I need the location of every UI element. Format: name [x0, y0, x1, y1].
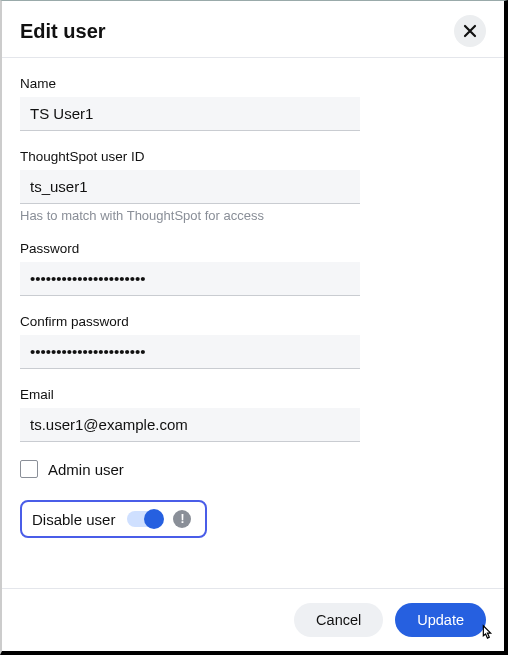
admin-user-checkbox[interactable] — [20, 460, 38, 478]
name-field: Name — [20, 76, 360, 131]
confirm-password-label: Confirm password — [20, 314, 360, 329]
name-label: Name — [20, 76, 360, 91]
confirm-password-field: Confirm password — [20, 314, 360, 369]
dialog-title: Edit user — [20, 20, 106, 43]
info-icon[interactable]: ! — [173, 510, 191, 528]
dialog-header: Edit user — [2, 1, 504, 57]
userid-input[interactable] — [20, 170, 360, 204]
dialog-footer: Cancel Update — [2, 588, 504, 651]
close-icon — [463, 24, 477, 38]
password-field: Password — [20, 241, 360, 296]
admin-user-row: Admin user — [20, 460, 486, 478]
password-label: Password — [20, 241, 360, 256]
userid-field: ThoughtSpot user ID Has to match with Th… — [20, 149, 360, 223]
userid-helper: Has to match with ThoughtSpot for access — [20, 208, 360, 223]
disable-user-label: Disable user — [32, 511, 115, 528]
userid-label: ThoughtSpot user ID — [20, 149, 360, 164]
password-input[interactable] — [20, 262, 360, 296]
name-input[interactable] — [20, 97, 360, 131]
close-button[interactable] — [454, 15, 486, 47]
email-label: Email — [20, 387, 360, 402]
update-button[interactable]: Update — [395, 603, 486, 637]
edit-user-dialog: Edit user Name ThoughtSpot user ID Has t… — [0, 0, 508, 655]
dialog-body: Name ThoughtSpot user ID Has to match wi… — [2, 58, 504, 588]
admin-user-label: Admin user — [48, 461, 124, 478]
disable-user-row: Disable user ! — [20, 500, 207, 538]
email-field: Email — [20, 387, 360, 442]
confirm-password-input[interactable] — [20, 335, 360, 369]
toggle-knob — [144, 509, 164, 529]
email-input[interactable] — [20, 408, 360, 442]
cancel-button[interactable]: Cancel — [294, 603, 383, 637]
disable-user-toggle[interactable] — [127, 511, 161, 527]
